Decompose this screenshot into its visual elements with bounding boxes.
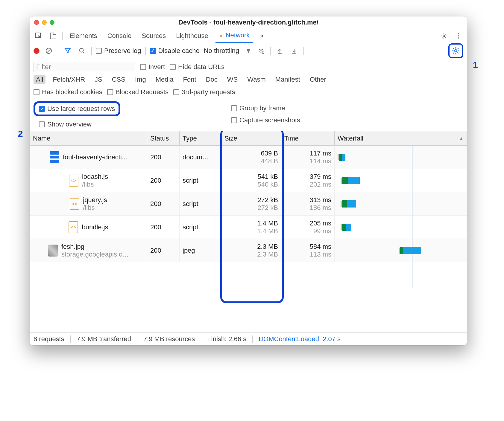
capture-screenshots-checkbox[interactable]: Capture screenshots [231,116,300,124]
device-toolbar-icon[interactable] [48,31,58,41]
filter-category-other[interactable]: Other [307,75,329,84]
filter-category-wasm[interactable]: Wasm [245,75,268,84]
cell-size: 272 kB272 kB [221,192,281,215]
network-settings-gear-icon[interactable] [451,46,461,56]
separator [62,32,63,40]
col-time-header[interactable]: Time [281,131,335,145]
svg-rect-2 [53,35,56,39]
filter-category-img[interactable]: Img [133,75,148,84]
file-path: storage.googleapis.c… [61,251,129,258]
checkbox-icon [39,121,45,127]
search-icon[interactable] [77,46,87,56]
col-waterfall-header[interactable]: Waterfall ▲ [335,131,467,145]
col-name-header[interactable]: Name [30,131,147,145]
filter-category-font[interactable]: Font [181,75,199,84]
filter-category-all[interactable]: All [34,75,45,84]
cell-type: script [180,192,221,215]
svg-point-5 [458,35,459,36]
group-by-frame-label: Group by frame [239,104,285,112]
filter-category-js[interactable]: JS [92,75,105,84]
file-path: /libs [82,181,108,188]
checkbox-icon [140,64,146,70]
blocked-requests-checkbox[interactable]: Blocked Requests [107,88,168,96]
filter-category-css[interactable]: CSS [110,75,128,84]
filter-category-fetchxhr[interactable]: Fetch/XHR [50,75,87,84]
hide-data-urls-checkbox[interactable]: Hide data URLs [170,63,224,71]
clear-button[interactable] [44,46,54,56]
cell-time: 205 ms99 ms [281,216,335,239]
filter-category-doc[interactable]: Doc [204,75,220,84]
table-header: Name Status Type Size Time Waterfall ▲ [30,131,467,146]
filter-input[interactable] [34,62,135,72]
file-name: jquery.js [83,196,107,204]
cell-waterfall [335,146,467,169]
export-har-icon[interactable] [289,46,299,56]
filter-category-manifest[interactable]: Manifest [273,75,303,84]
tab-console[interactable]: Console [104,28,135,43]
capture-screenshots-label: Capture screenshots [239,116,300,124]
tab-network-label: Network [226,31,250,39]
kebab-menu-icon[interactable] [453,31,463,41]
disable-cache-checkbox[interactable]: Disable cache [150,47,200,55]
table-row[interactable]: foul-heavenly-directi...200docum…639 B44… [30,146,467,169]
col-status-header[interactable]: Status [147,131,180,145]
col-size-header[interactable]: Size [221,131,281,145]
svg-line-10 [83,51,85,53]
invert-checkbox[interactable]: Invert [140,63,165,71]
file-name: bundle.js [82,223,108,231]
network-settings-highlight [448,43,463,58]
separator [145,47,146,55]
tab-network[interactable]: ▲Network [215,28,253,43]
col-type-header[interactable]: Type [180,131,221,145]
group-by-frame-checkbox[interactable]: Group by frame [231,104,300,112]
table-row[interactable]: <>bundle.js200script1.4 MB1.4 MB205 ms99… [30,216,467,239]
cell-size: 541 kB540 kB [221,169,281,192]
network-conditions-icon[interactable] [256,46,266,56]
table-row[interactable]: fesh.jpgstorage.googleapis.c…200jpeg2.3 … [30,239,467,262]
table-row[interactable]: <>jquery.js/libs200script272 kB272 kB313… [30,192,467,216]
settings-gear-icon[interactable] [439,31,449,41]
cell-waterfall [335,216,467,239]
svg-point-3 [443,35,445,37]
file-path: /libs [83,204,107,212]
file-name: foul-heavenly-directi... [63,153,127,161]
table-body: foul-heavenly-directi...200docum…639 B44… [30,146,467,332]
show-overview-checkbox[interactable]: Show overview [34,120,219,128]
cell-name: foul-heavenly-directi... [30,146,147,169]
main-tabstrip: Elements Console Sources Lighthouse ▲Net… [30,28,467,43]
document-file-icon [50,151,59,163]
filter-category-media[interactable]: Media [153,75,176,84]
status-domcontentloaded: DOMContentLoaded: 2.07 s [259,335,341,343]
filter-category-ws[interactable]: WS [225,75,240,84]
file-name: fesh.jpg [61,243,129,251]
separator [137,335,137,343]
hide-data-urls-label: Hide data URLs [178,63,224,71]
checkbox-icon [173,89,179,95]
svg-point-11 [261,52,262,53]
third-party-checkbox[interactable]: 3rd-party requests [173,88,235,96]
tab-sources[interactable]: Sources [139,28,169,43]
cell-time: 379 ms202 ms [281,169,335,192]
tab-lighthouse[interactable]: Lighthouse [173,28,211,43]
throttling-dropdown[interactable]: No throttling ▼ [204,47,252,55]
tab-more[interactable]: » [257,28,266,43]
svg-point-4 [458,33,459,34]
image-file-icon [48,245,58,257]
script-file-icon: <> [69,175,78,187]
table-row[interactable]: <>lodash.js/libs200script541 kB540 kB379… [30,169,467,192]
has-blocked-cookies-checkbox[interactable]: Has blocked cookies [34,88,102,96]
status-requests: 8 requests [34,335,64,343]
preserve-log-checkbox[interactable]: Preserve log [96,47,141,55]
import-har-icon[interactable] [275,46,285,56]
cell-name: <>lodash.js/libs [30,169,147,192]
cell-size: 2.3 MB2.3 MB [221,239,281,262]
separator [91,47,92,55]
checkbox-icon [150,48,156,54]
preserve-log-label: Preserve log [104,47,141,55]
use-large-rows-checkbox[interactable]: Use large request rows [39,105,115,113]
status-bar: 8 requests 7.9 MB transferred 7.9 MB res… [30,332,467,345]
tab-elements[interactable]: Elements [67,28,100,43]
record-button[interactable] [34,48,40,54]
inspect-element-icon[interactable] [34,31,44,41]
filter-toggle-icon[interactable] [63,46,73,56]
